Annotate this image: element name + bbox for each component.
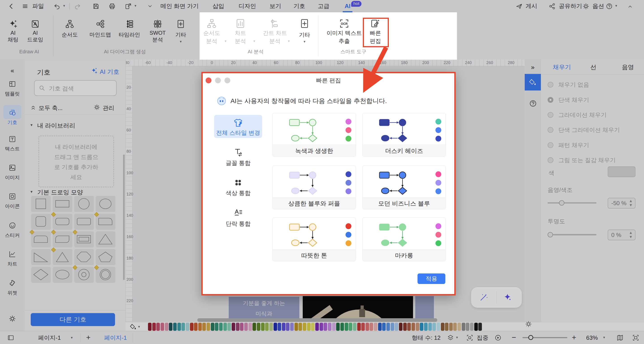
tutorial-arrow [352,47,406,101]
ai-panel-button-이미지 텍스트추출[interactable] [331,16,357,46]
style-card-label: 모던 비즈니스 블루 [362,197,446,209]
dim-overlay [201,59,456,72]
style-card-label: 더스키 헤이즈 [362,145,446,157]
caret-down-icon: ▾ [288,39,290,43]
dim-overlay [0,0,644,12]
style-option-3[interactable]: 단락 통합 [226,220,250,228]
style-card-3[interactable]: 모던 비즈니스 블루 [362,166,446,209]
dim-overlay [201,295,456,344]
style-card-1[interactable]: 더스키 헤이즈 [362,113,446,157]
style-card-label: 따뜻한 톤 [273,249,356,261]
style-option-0[interactable]: 전체 스타일 변경 [216,129,260,137]
style-card-0[interactable]: 녹색과 생생한 [272,113,356,157]
option-icon-shirt [233,118,243,128]
quick-edit-highlight-box [363,18,389,47]
edraw-app: 파일▾▾메인 화면 가기삽입디자인보기기호고급AIhot게시공유하기옵션▾ AI… [0,0,644,344]
style-card-4[interactable]: 따뜻한 톤 [272,217,356,261]
dialog-title: 빠른 편집 [316,77,341,84]
style-preview [362,166,446,198]
quick-edit-dialog: 빠른 편집AI는 사용자의 창작물에 따라 다음 스타일을 추천합니다.전체 스… [201,72,456,295]
style-preview [362,113,446,146]
close-traffic-light[interactable] [206,77,212,83]
ai-panel-divider [318,16,318,56]
ai-panel-button-간트 차트분석[interactable] [262,16,288,46]
ai-panel-button-순서도분석[interactable] [199,16,225,46]
style-card-label: 녹색과 생생한 [273,145,356,157]
apply-button[interactable]: 적용 [418,273,445,284]
option-icon-dots4 [233,177,243,187]
style-preview [273,166,356,198]
option-icon-fontT [233,147,243,157]
style-preview [273,218,356,250]
style-option-1[interactable]: 글꼴 통합 [226,159,250,167]
dim-overlay [0,12,201,344]
style-card-2[interactable]: 상큼한 블루와 퍼플 [272,166,356,209]
ai-panel-button-기타[interactable] [292,16,318,46]
dim-overlay [456,12,644,344]
style-card-5[interactable]: 마카롱 [362,217,446,261]
style-card-label: 상큼한 블루와 퍼플 [273,197,356,209]
minimize-traffic-light[interactable] [215,77,221,83]
zoom-traffic-light[interactable] [224,77,230,83]
style-card-label: 마카롱 [362,249,446,261]
caret-down-icon: ▾ [225,39,226,43]
ai-robot-icon [216,95,227,107]
style-preview [362,218,446,250]
caret-down-icon: ▾ [254,39,255,43]
ai-panel-group-label: AI 분석 [248,48,264,55]
ai-panel-button-차트분석[interactable] [227,16,254,46]
style-preview [273,113,356,146]
style-option-2[interactable]: 색상 통합 [226,189,250,197]
option-icon-para [233,208,243,218]
ai-ribbon-panel: 순서도분석▾차트분석▾간트 차트분석▾기타▾AI 분석OCR이미지 텍스트추출빠… [200,12,457,60]
